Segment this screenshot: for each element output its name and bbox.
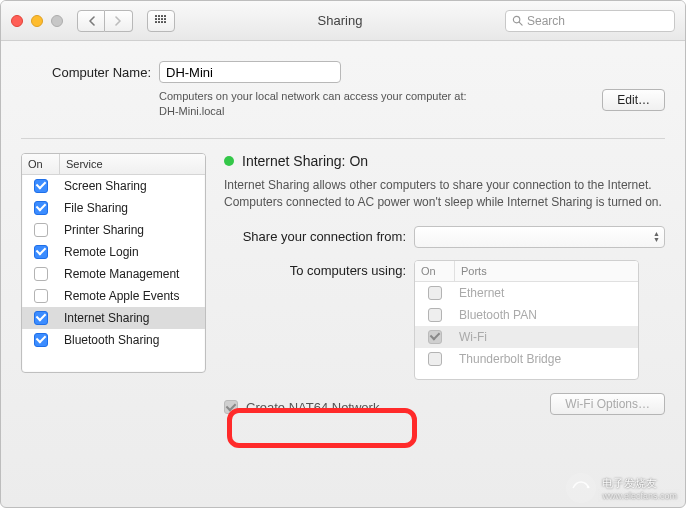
forward-button[interactable] bbox=[105, 10, 133, 32]
share-from-popup[interactable]: ▲▼ bbox=[414, 226, 665, 248]
service-label: Bluetooth Sharing bbox=[60, 333, 205, 347]
titlebar: Sharing Search bbox=[1, 1, 685, 41]
service-row[interactable]: File Sharing bbox=[22, 197, 205, 219]
port-checkbox[interactable] bbox=[428, 308, 442, 322]
port-checkbox[interactable] bbox=[428, 286, 442, 300]
service-row[interactable]: Remote Management bbox=[22, 263, 205, 285]
chevron-right-icon bbox=[115, 16, 122, 26]
popup-arrows-icon: ▲▼ bbox=[653, 231, 660, 243]
services-header-on: On bbox=[22, 154, 60, 174]
zoom-button bbox=[51, 15, 63, 27]
service-label: Remote Apple Events bbox=[60, 289, 205, 303]
preferences-window: Sharing Search Computer Name: Computers … bbox=[0, 0, 686, 508]
service-description: Internet Sharing allows other computers … bbox=[224, 177, 665, 212]
services-header-service: Service bbox=[60, 154, 205, 174]
window-controls bbox=[11, 15, 63, 27]
to-computers-label: To computers using: bbox=[224, 260, 414, 278]
grid-icon bbox=[155, 15, 167, 27]
services-header: On Service bbox=[22, 154, 205, 175]
watermark-logo-icon bbox=[566, 473, 596, 503]
detail-pane: Internet Sharing: On Internet Sharing al… bbox=[224, 153, 665, 415]
to-computers-row: To computers using: On Ports EthernetBlu… bbox=[224, 260, 665, 380]
service-row[interactable]: Screen Sharing bbox=[22, 175, 205, 197]
service-checkbox[interactable] bbox=[34, 311, 48, 325]
nav-group bbox=[77, 10, 133, 32]
window-title: Sharing bbox=[183, 13, 497, 28]
ports-header-on: On bbox=[415, 261, 455, 281]
service-label: Remote Login bbox=[60, 245, 205, 259]
nat64-checkbox[interactable] bbox=[224, 400, 238, 414]
svg-point-0 bbox=[513, 16, 519, 22]
back-button[interactable] bbox=[77, 10, 105, 32]
hostname-note: Computers on your local network can acce… bbox=[159, 89, 592, 120]
service-label: Internet Sharing bbox=[60, 311, 205, 325]
service-label: Screen Sharing bbox=[60, 179, 205, 193]
service-checkbox[interactable] bbox=[34, 201, 48, 215]
separator bbox=[21, 138, 665, 139]
computer-name-label: Computer Name: bbox=[21, 61, 151, 80]
service-row[interactable]: Remote Apple Events bbox=[22, 285, 205, 307]
service-row[interactable]: Printer Sharing bbox=[22, 219, 205, 241]
service-checkbox[interactable] bbox=[34, 267, 48, 281]
watermark-text: 电子发烧友 bbox=[602, 476, 677, 491]
search-input[interactable]: Search bbox=[505, 10, 675, 32]
computer-name-row: Computer Name: Computers on your local n… bbox=[21, 61, 665, 120]
nat64-row: Create NAT64 Network bbox=[224, 400, 665, 415]
service-label: File Sharing bbox=[60, 201, 205, 215]
minimize-button[interactable] bbox=[31, 15, 43, 27]
edit-button[interactable]: Edit… bbox=[602, 89, 665, 111]
ports-header: On Ports bbox=[415, 261, 638, 282]
watermark-url: www.elecfans.com bbox=[602, 491, 677, 501]
ports-table: On Ports EthernetBluetooth PANWi-FiThund… bbox=[414, 260, 639, 380]
service-checkbox[interactable] bbox=[34, 333, 48, 347]
status-dot-icon bbox=[224, 156, 234, 166]
share-from-label: Share your connection from: bbox=[224, 226, 414, 244]
content: Computer Name: Computers on your local n… bbox=[1, 41, 685, 425]
services-table: On Service Screen SharingFile SharingPri… bbox=[21, 153, 206, 373]
service-row[interactable]: Remote Login bbox=[22, 241, 205, 263]
port-label: Bluetooth PAN bbox=[455, 308, 537, 322]
service-checkbox[interactable] bbox=[34, 245, 48, 259]
service-checkbox[interactable] bbox=[34, 223, 48, 237]
service-row[interactable]: Bluetooth Sharing bbox=[22, 329, 205, 351]
service-label: Printer Sharing bbox=[60, 223, 205, 237]
nat64-label: Create NAT64 Network bbox=[246, 400, 379, 415]
search-placeholder: Search bbox=[527, 14, 565, 28]
status-text: Internet Sharing: On bbox=[242, 153, 368, 169]
port-checkbox[interactable] bbox=[428, 330, 442, 344]
port-checkbox[interactable] bbox=[428, 352, 442, 366]
watermark: 电子发烧友 www.elecfans.com bbox=[566, 473, 677, 503]
chevron-left-icon bbox=[88, 16, 95, 26]
search-icon bbox=[512, 15, 523, 26]
port-label: Wi-Fi bbox=[455, 330, 487, 344]
port-row[interactable]: Bluetooth PAN bbox=[415, 304, 638, 326]
computer-name-field[interactable] bbox=[159, 61, 341, 83]
share-from-row: Share your connection from: ▲▼ bbox=[224, 226, 665, 248]
close-button[interactable] bbox=[11, 15, 23, 27]
show-all-button[interactable] bbox=[147, 10, 175, 32]
main-row: On Service Screen SharingFile SharingPri… bbox=[21, 153, 665, 415]
port-row[interactable]: Thunderbolt Bridge bbox=[415, 348, 638, 370]
status-row: Internet Sharing: On bbox=[224, 153, 665, 169]
port-row[interactable]: Wi-Fi bbox=[415, 326, 638, 348]
service-label: Remote Management bbox=[60, 267, 205, 281]
port-row[interactable]: Ethernet bbox=[415, 282, 638, 304]
port-label: Thunderbolt Bridge bbox=[455, 352, 561, 366]
service-row[interactable]: Internet Sharing bbox=[22, 307, 205, 329]
service-checkbox[interactable] bbox=[34, 179, 48, 193]
port-label: Ethernet bbox=[455, 286, 504, 300]
ports-header-ports: Ports bbox=[455, 261, 638, 281]
service-checkbox[interactable] bbox=[34, 289, 48, 303]
svg-point-2 bbox=[587, 486, 590, 489]
svg-line-1 bbox=[519, 22, 522, 25]
